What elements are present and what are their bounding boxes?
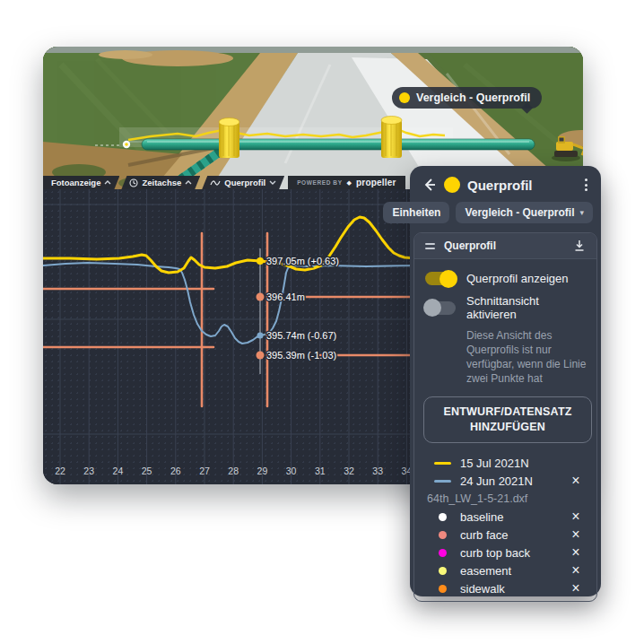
legend-item: curb top back× xyxy=(423,544,587,561)
powered-by-bar: POWERED BY ◆ propeller xyxy=(288,176,405,189)
tab-querprofil[interactable]: Querprofil xyxy=(202,176,284,189)
chevron-down-icon xyxy=(269,180,276,185)
remove-layer-button[interactable]: × xyxy=(568,527,584,542)
elevation-marker xyxy=(257,333,264,339)
querprofil-panel: Querprofil Einheiten Vergleich - Querpro… xyxy=(410,166,601,596)
card-title: Querprofil xyxy=(444,239,564,252)
elevation-marker xyxy=(257,352,265,360)
legend-dot-swatch xyxy=(439,549,447,557)
chevron-down-icon: ▾ xyxy=(579,208,584,217)
screenshot-canvas: Vergleich - Querprofil Fotoanzeige Zeita… xyxy=(0,0,644,644)
tab-fotoanzeige-label: Fotoanzeige xyxy=(51,178,100,187)
toggle-label: Querprofil anzeigen xyxy=(466,272,568,285)
legend-file-header: 64th_LW_1-5-21.dxf xyxy=(423,490,587,508)
remove-layer-button[interactable]: × xyxy=(568,509,584,524)
compare-dropdown[interactable]: Vergleich - Querprofil▾ xyxy=(456,202,593,223)
panel-button-row: Einheiten Vergleich - Querprofil▾ xyxy=(410,198,601,232)
x-tick-label: 24 xyxy=(113,466,124,476)
querprofil-card: Querprofil Querprofil anzeigen Schnittan… xyxy=(413,232,597,602)
mode-badge-label: Vergleich - Querprofil xyxy=(416,91,530,104)
legend-item: easement× xyxy=(423,561,587,579)
powered-by-prefix: POWERED BY xyxy=(297,179,342,186)
legend-item: stormdrain× xyxy=(423,597,587,602)
legend-item-label: 24 Jun 2021N xyxy=(460,474,559,488)
add-design-dataset-button[interactable]: ENTWURF/DATENSATZ HINZUFÜGEN xyxy=(423,396,592,443)
elevation-marker xyxy=(257,293,265,301)
x-tick-label: 29 xyxy=(257,466,268,476)
legend-item-label: curb top back xyxy=(460,546,559,560)
legend-line-swatch xyxy=(434,462,451,465)
propeller-logo-icon: ◆ xyxy=(347,179,352,187)
remove-layer-button[interactable]: × xyxy=(568,474,584,488)
compare-dropdown-label: Vergleich - Querprofil xyxy=(465,206,574,219)
units-button[interactable]: Einheiten xyxy=(383,202,449,223)
elevation-label: 397.05m (+0.63) xyxy=(266,256,339,266)
card-header: Querprofil xyxy=(414,233,596,259)
legend-dot-swatch xyxy=(439,585,447,593)
propeller-logo-text: propeller xyxy=(356,178,396,187)
x-tick-label: 26 xyxy=(170,466,181,476)
legend-item-label: baseline xyxy=(460,510,559,524)
remove-layer-button[interactable]: × xyxy=(568,581,584,596)
remove-layer-button[interactable]: × xyxy=(568,599,584,602)
elevation-label: 396.41m xyxy=(266,292,305,302)
tab-fotoanzeige[interactable]: Fotoanzeige xyxy=(43,176,119,189)
x-tick-label: 23 xyxy=(83,466,94,476)
profile-wave-icon xyxy=(210,179,221,187)
elevation-label: 395.39m (-1.03) xyxy=(266,350,336,361)
legend-dot-swatch xyxy=(439,513,447,521)
chevron-up-icon xyxy=(185,180,192,185)
legend-line-swatch xyxy=(434,480,451,483)
remove-layer-button[interactable]: × xyxy=(568,545,584,560)
tab-zeitachse[interactable]: Zeitachse xyxy=(121,176,200,189)
kebab-menu-icon[interactable] xyxy=(579,177,592,193)
legend-item-label: 15 Jul 2021N xyxy=(460,457,584,470)
panel-header: Querprofil xyxy=(410,166,601,198)
valve-cylinder-2 xyxy=(381,117,402,159)
x-tick-label: 31 xyxy=(315,466,326,476)
legend-item-label: easement xyxy=(460,564,559,578)
elevation-label: 395.74m (-0.67) xyxy=(266,330,336,341)
elevation-marker xyxy=(257,257,264,265)
remove-layer-button[interactable]: × xyxy=(568,563,584,578)
tab-zeitachse-label: Zeitachse xyxy=(142,178,181,187)
mode-badge: Vergleich - Querprofil xyxy=(392,87,542,109)
x-tick-label: 32 xyxy=(344,466,354,476)
legend-item: baseline× xyxy=(423,508,587,526)
legend-dot-swatch xyxy=(439,567,447,575)
legend-dot-swatch xyxy=(439,531,447,539)
toggle-label: Schnittansicht aktivieren xyxy=(466,294,587,321)
legend-item-label: curb face xyxy=(460,528,559,542)
card-body: Querprofil anzeigen Schnittansicht aktiv… xyxy=(414,259,596,602)
layer-color-dot xyxy=(444,177,460,193)
clock-icon xyxy=(129,178,138,187)
legend-item: 24 Jun 2021N× xyxy=(423,472,587,490)
toggle-row-anzeigen: Querprofil anzeigen xyxy=(425,272,587,285)
valve-cylinder-1 xyxy=(219,118,239,159)
legend-item: 15 Jul 2021N xyxy=(423,454,587,472)
x-tick-label: 22 xyxy=(55,466,65,476)
x-tick-label: 28 xyxy=(228,466,239,476)
drag-handle-icon[interactable] xyxy=(425,243,435,249)
back-arrow-icon[interactable] xyxy=(422,178,437,192)
x-tick-label: 30 xyxy=(286,466,297,476)
legend-list: 15 Jul 2021N24 Jun 2021N×64th_LW_1-5-21.… xyxy=(423,454,587,602)
panel-title: Querprofil xyxy=(467,178,572,193)
chevron-up-icon xyxy=(104,180,111,185)
x-tick-label: 27 xyxy=(199,466,210,476)
units-button-label: Einheiten xyxy=(392,206,440,219)
pipeline-model xyxy=(142,139,535,150)
legend-item-label: sidewalk xyxy=(460,582,559,596)
legend-item-label: stormdrain xyxy=(460,600,559,603)
availability-note: Diese Ansicht des Querprofils ist nur ve… xyxy=(466,328,597,386)
legend-item: sidewalk× xyxy=(423,579,587,597)
querprofil-anzeigen-toggle[interactable] xyxy=(425,272,456,285)
schnittansicht-toggle[interactable] xyxy=(425,301,456,315)
legend-item: curb face× xyxy=(423,526,587,544)
toggle-row-schnittansicht: Schnittansicht aktivieren xyxy=(425,294,587,321)
yellow-dot-icon xyxy=(399,92,410,103)
download-icon[interactable] xyxy=(573,239,586,252)
x-tick-label: 33 xyxy=(372,466,383,476)
x-tick-label: 25 xyxy=(142,466,152,476)
tab-querprofil-label: Querprofil xyxy=(224,178,265,187)
